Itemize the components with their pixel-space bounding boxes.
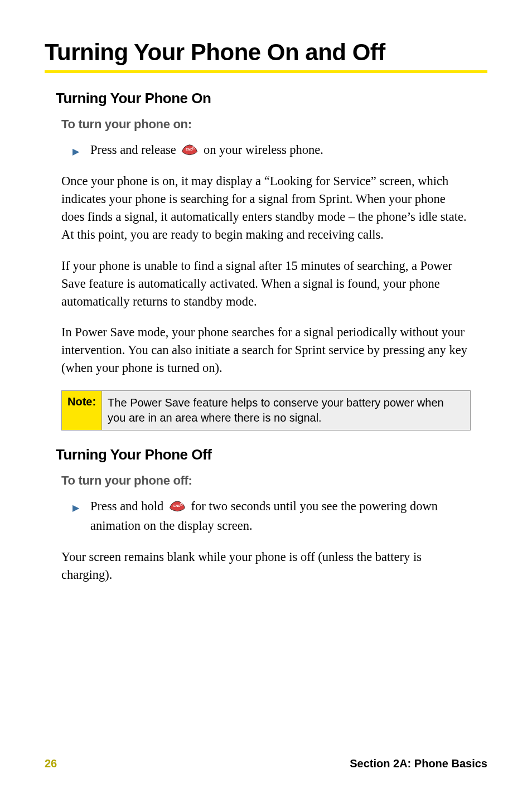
- lead-turn-off: To turn your phone off:: [61, 473, 487, 488]
- bullet-text-off: Press and hold END for two seconds until…: [90, 497, 471, 536]
- bullet-text-on: Press and release END on your wireless p…: [90, 141, 471, 160]
- para-off-1: Your screen remains blank while your pho…: [61, 548, 471, 584]
- heading-turn-off: Turning Your Phone Off: [56, 446, 487, 463]
- para-on-1: Once your phone is on, it may display a …: [61, 172, 471, 244]
- svg-text:END: END: [173, 505, 181, 508]
- page-number: 26: [45, 757, 57, 770]
- svg-text:END: END: [186, 148, 193, 151]
- bullet-on-post: on your wireless phone.: [204, 143, 323, 157]
- bullet-turn-on: ▶ Press and release END on your wireless…: [72, 141, 471, 160]
- heading-turn-on: Turning Your Phone On: [56, 90, 487, 107]
- page-footer: 26 Section 2A: Phone Basics: [45, 757, 487, 770]
- lead-turn-on: To turn your phone on:: [61, 117, 487, 132]
- bullet-arrow-icon: ▶: [72, 501, 79, 515]
- title-rule: [45, 70, 487, 73]
- bullet-arrow-icon: ▶: [72, 145, 79, 159]
- note-body: The Power Save feature helps to conserve…: [102, 391, 470, 430]
- end-key-icon: END: [181, 143, 198, 156]
- note-label: Note:: [62, 391, 102, 430]
- bullet-on-pre: Press and release: [90, 143, 179, 157]
- note-box: Note: The Power Save feature helps to co…: [61, 390, 471, 431]
- para-on-2: If your phone is unable to find a signal…: [61, 257, 471, 311]
- section-label: Section 2A: Phone Basics: [350, 757, 487, 770]
- page-title: Turning Your Phone On and Off: [45, 39, 487, 66]
- para-on-3: In Power Save mode, your phone searches …: [61, 323, 471, 377]
- bullet-turn-off: ▶ Press and hold END for two seconds unt…: [72, 497, 471, 536]
- end-key-icon: END: [169, 499, 186, 512]
- bullet-off-pre: Press and hold: [90, 499, 167, 513]
